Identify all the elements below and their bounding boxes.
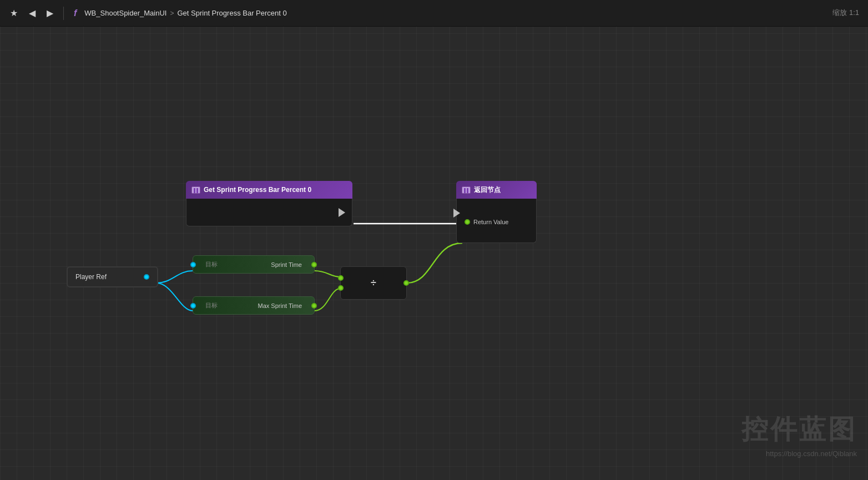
main-func-title: Get Sprint Progress Bar Percent 0	[204, 186, 311, 194]
return-body: Return Value	[456, 199, 537, 243]
watermark: 控件蓝图 https://blog.csdn.net/Qiblank	[741, 412, 857, 458]
breadcrumb: WB_ShootSpider_MainUI > Get Sprint Progr…	[84, 9, 286, 17]
max-sprint-value-label: Max Sprint Time	[224, 302, 307, 309]
zoom-label: 缩放 1:1	[832, 8, 859, 18]
toolbar: ★ ◀ ▶ f WB_ShootSpider_MainUI > Get Spri…	[0, 0, 868, 27]
player-ref-label: Player Ref	[75, 273, 107, 281]
function-icon: f	[70, 6, 80, 21]
sprint-time-body: 目标 Sprint Time	[193, 255, 315, 274]
breadcrumb-project[interactable]: WB_ShootSpider_MainUI	[84, 9, 166, 17]
player-ref-body: Player Ref	[67, 266, 158, 287]
node-main-function[interactable]: Get Sprint Progress Bar Percent 0	[186, 181, 352, 226]
node-player-ref[interactable]: Player Ref	[67, 266, 158, 287]
breadcrumb-separator: >	[170, 9, 174, 17]
max-sprint-out-pin	[311, 303, 317, 309]
divide-out-pin	[403, 280, 409, 286]
main-func-body	[186, 199, 352, 226]
divide-in-top-pin	[338, 275, 344, 281]
divide-in-bottom-pin	[338, 285, 344, 291]
sprint-time-target-pin	[190, 262, 196, 267]
node-return[interactable]: 返回节点 Return Value	[456, 181, 537, 243]
back-button[interactable]: ◀	[26, 6, 39, 21]
max-sprint-target-label: 目标	[205, 301, 218, 310]
node-header-main-func: Get Sprint Progress Bar Percent 0	[186, 181, 352, 199]
connections-layer	[0, 27, 868, 480]
sprint-time-out-pin	[311, 262, 317, 267]
player-ref-out-pin	[144, 274, 149, 280]
watermark-main: 控件蓝图	[741, 412, 857, 447]
max-sprint-body: 目标 Max Sprint Time	[193, 296, 315, 315]
watermark-url: https://blog.csdn.net/Qiblank	[741, 449, 857, 458]
divide-symbol: ÷	[346, 277, 401, 289]
sprint-time-target-label: 目标	[205, 260, 218, 269]
return-value-pin: Return Value	[465, 219, 508, 225]
star-icon[interactable]: ★	[7, 6, 21, 21]
divide-body: ÷	[340, 266, 407, 300]
sprint-time-value-label: Sprint Time	[224, 261, 307, 268]
blueprint-canvas[interactable]: Get Sprint Progress Bar Percent 0 返回节点	[0, 27, 868, 480]
node-header-return: 返回节点	[456, 181, 537, 199]
forward-button[interactable]: ▶	[43, 6, 57, 21]
breadcrumb-current: Get Sprint Progress Bar Percent 0	[177, 9, 286, 17]
return-value-dot	[465, 219, 470, 225]
node-max-sprint-getter[interactable]: 目标 Max Sprint Time	[193, 296, 315, 315]
return-value-label: Return Value	[473, 219, 508, 225]
node-sprint-time-getter[interactable]: 目标 Sprint Time	[193, 255, 315, 274]
toolbar-separator	[63, 7, 64, 20]
max-sprint-target-pin	[190, 303, 196, 309]
return-title: 返回节点	[474, 185, 501, 195]
node-divide[interactable]: ÷	[340, 266, 407, 300]
